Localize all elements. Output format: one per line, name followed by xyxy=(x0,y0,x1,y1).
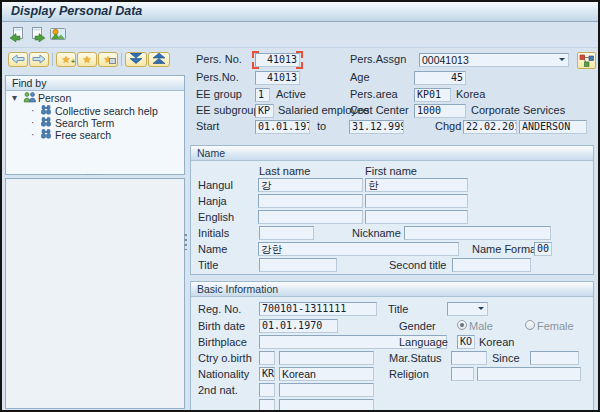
pers-area-text: Korea xyxy=(456,88,485,100)
religion-code-field[interactable] xyxy=(451,367,474,381)
hangul-last-field[interactable]: 강 xyxy=(258,178,363,192)
title-field[interactable] xyxy=(259,258,337,272)
english-last-field[interactable] xyxy=(258,210,363,224)
pers-area-field[interactable]: KP01 xyxy=(414,88,451,102)
language-label: Language xyxy=(399,336,448,348)
nationality-code-field[interactable]: KR xyxy=(259,367,275,381)
hanja-last-field[interactable] xyxy=(258,194,363,208)
tree-node-label: Person xyxy=(38,92,71,104)
tree-item-free-search[interactable]: · Free search xyxy=(6,129,184,141)
english-first-field[interactable] xyxy=(365,210,468,224)
focused-field-frame: 41013 xyxy=(252,51,303,69)
nickname-field[interactable] xyxy=(404,226,551,240)
personnel-assignment-icon[interactable] xyxy=(577,52,596,69)
basic-information-header: Basic Information xyxy=(191,282,593,297)
ee-subgroup-field[interactable]: KP xyxy=(255,104,274,118)
initials-label: Initials xyxy=(198,227,229,239)
to-label: to xyxy=(317,120,326,132)
tree-item-search-term[interactable]: · Search Term xyxy=(6,117,184,129)
religion-label: Religion xyxy=(389,368,429,380)
basic-information-section: Basic Information Reg. No. 700101-131111… xyxy=(190,281,594,411)
since-field[interactable] xyxy=(530,351,579,365)
next-record-icon[interactable] xyxy=(30,27,46,42)
cost-center-text: Corporate Services xyxy=(471,104,565,116)
favorite-delete-icon[interactable]: ★ xyxy=(98,52,118,67)
start-date-field[interactable]: 01.01.1970 xyxy=(255,120,310,134)
nationality-label: Nationality xyxy=(198,368,249,380)
prev-record-icon[interactable] xyxy=(10,27,26,42)
pers-no-top-field[interactable]: 41013 xyxy=(255,53,300,67)
reg-no-field[interactable]: 700101-1311111 xyxy=(259,302,377,316)
full-name-field[interactable]: 강한 xyxy=(258,242,459,256)
sidebar-lower-panel xyxy=(5,178,185,409)
person-group-icon xyxy=(23,92,36,105)
nav-forward-icon[interactable] xyxy=(29,52,49,67)
since-label: Since xyxy=(492,352,520,364)
extra-nationality-name-field[interactable] xyxy=(279,399,374,412)
language-field[interactable]: KO xyxy=(457,335,475,349)
nickname-label: Nickname xyxy=(352,227,401,239)
cost-center-field[interactable]: 1000 xyxy=(414,104,466,118)
tree-bullet: · xyxy=(31,129,34,140)
binoculars-icon xyxy=(41,105,51,117)
binoculars-icon xyxy=(41,117,51,129)
religion-name-field[interactable] xyxy=(477,367,581,381)
nav-back-icon[interactable] xyxy=(8,52,28,67)
ctry-birth-name-field[interactable] xyxy=(279,351,374,365)
gender-female-radio[interactable] xyxy=(525,320,535,330)
pers-assgn-dropdown[interactable]: 00041013 xyxy=(419,53,569,67)
find-by-header: Find by xyxy=(6,76,184,91)
scroll-up-icon[interactable] xyxy=(148,52,170,67)
gender-label: Gender xyxy=(399,320,436,332)
favorite-icon[interactable]: ★ xyxy=(77,52,97,67)
basic-information-title: Basic Information xyxy=(197,283,278,295)
pers-no-field[interactable]: 41013 xyxy=(255,71,300,85)
scroll-down-icon[interactable] xyxy=(125,52,147,67)
panel-resize-handle[interactable] xyxy=(184,234,187,250)
tree-node-person[interactable]: ▾ Person xyxy=(6,92,184,104)
dropdown-arrow-icon[interactable] xyxy=(559,58,565,64)
photo-icon[interactable] xyxy=(50,27,66,42)
birth-date-label: Birth date xyxy=(198,320,245,332)
title-dropdown-label: Title xyxy=(388,303,408,315)
second-nationality-name-field[interactable] xyxy=(279,383,374,397)
tree-bullet: · xyxy=(31,117,34,128)
pers-area-label: Pers.area xyxy=(350,88,398,100)
gender-male-radio[interactable] xyxy=(457,320,467,330)
start-label: Start xyxy=(196,120,219,132)
favorite-add-icon[interactable]: ★+ xyxy=(56,52,76,67)
changed-date-field[interactable]: 22.02.2012 xyxy=(463,120,517,134)
hangul-first-field[interactable]: 한 xyxy=(365,178,468,192)
extra-nationality-code-field[interactable] xyxy=(259,399,275,412)
nationality-name-field[interactable]: Korean xyxy=(279,367,374,381)
tree-item-collective-search-help[interactable]: · Collective search help xyxy=(6,105,184,117)
name-format-label: Name Format xyxy=(472,243,539,255)
pers-no-label: Pers.No. xyxy=(196,71,239,83)
second-title-field[interactable] xyxy=(452,258,531,272)
title-dropdown[interactable] xyxy=(447,302,488,316)
chgd-label: Chgd xyxy=(435,120,461,132)
dropdown-arrow-icon[interactable] xyxy=(478,307,484,313)
tree-item-label: Search Term xyxy=(55,117,114,129)
title-bar: Display Personal Data xyxy=(2,2,598,22)
mar-status-field[interactable] xyxy=(451,351,487,365)
tree-expanded-icon[interactable]: ▾ xyxy=(12,92,17,103)
reg-no-label: Reg. No. xyxy=(198,303,241,315)
gender-male-label: Male xyxy=(469,320,493,332)
age-field[interactable]: 45 xyxy=(414,71,466,85)
title-row-label: Title xyxy=(198,259,218,271)
ctry-birth-code-field[interactable] xyxy=(259,351,275,365)
name-format-field[interactable]: 00 xyxy=(534,242,552,256)
hanja-label: Hanja xyxy=(198,195,227,207)
ee-group-field[interactable]: 1 xyxy=(255,88,270,102)
search-helper-panel: Find by ▾ Person · Collective search hel… xyxy=(5,75,185,175)
birth-date-field[interactable]: 01.01.1970 xyxy=(259,319,338,333)
language-text: Korean xyxy=(479,336,514,348)
changed-by-field[interactable]: ANDERSON xyxy=(519,120,587,134)
tree-item-label: Collective search help xyxy=(55,105,158,117)
hanja-first-field[interactable] xyxy=(365,194,468,208)
initials-field[interactable] xyxy=(259,226,314,240)
name-label: Name xyxy=(198,243,227,255)
second-nationality-code-field[interactable] xyxy=(259,383,275,397)
end-date-field[interactable]: 31.12.9999 xyxy=(349,120,404,134)
